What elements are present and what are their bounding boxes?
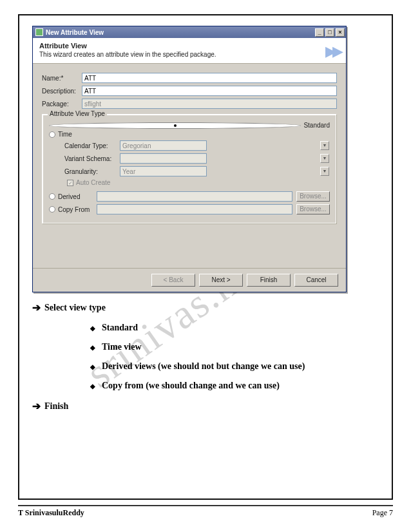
variant-schema-label: Variant Schema: (64, 155, 120, 162)
footer-page: Page 7 (372, 508, 393, 518)
back-button: < Back (151, 274, 195, 287)
name-input[interactable] (82, 73, 337, 83)
radio-dot-icon (49, 206, 55, 213)
copy-from-input (97, 204, 292, 214)
header-title: Attribute View (39, 42, 339, 50)
chevron-down-icon: ▼ (320, 141, 329, 150)
radio-time[interactable]: Time (49, 131, 330, 138)
finish-button[interactable]: Finish (247, 274, 291, 287)
dialog-body: Name:* Description: Package: Attribute V… (33, 64, 346, 229)
close-button[interactable]: × (336, 28, 345, 37)
page-content: New Attribute View _ □ × Attribute View … (32, 26, 379, 417)
radio-dot-icon (49, 122, 301, 129)
next-button[interactable]: Next > (199, 274, 243, 287)
note-text: Select view type (44, 303, 106, 313)
page-footer: T SrinivasuluReddy Page 7 (18, 505, 393, 518)
radio-dot-icon (49, 193, 55, 200)
note-text: Finish (44, 401, 68, 412)
package-input (82, 99, 337, 109)
auto-create-label: Auto Create (76, 179, 110, 186)
browse-copy-button: Browse... (296, 204, 330, 214)
arrow-right-icon: ➔ (32, 400, 41, 412)
granularity-label: Granularity: (64, 168, 120, 175)
note-finish: ➔ Finish (32, 400, 379, 412)
radio-time-label: Time (58, 131, 72, 138)
checkbox-icon: ✓ (67, 180, 73, 186)
radio-copy-from[interactable]: Copy From (49, 206, 97, 213)
maximize-button[interactable]: □ (325, 28, 334, 37)
description-input[interactable] (82, 86, 337, 96)
list-item: Standard (90, 323, 379, 333)
cancel-button[interactable]: Cancel (294, 274, 338, 287)
note-select-view-type: ➔ Select view type (32, 301, 379, 314)
chevron-down-icon: ▼ (320, 167, 329, 176)
attribute-view-type-group: Attribute View Type Standard Time Calend… (42, 114, 337, 224)
wizard-arrow-icon: ▶▶ (325, 43, 339, 60)
calendar-type-value (120, 140, 207, 151)
radio-dot-icon (49, 131, 55, 138)
notes-section: ➔ Select view type Standard Time view De… (32, 301, 379, 412)
header-subtitle: This wizard creates an attribute view in… (39, 51, 339, 58)
granularity-select: ▼ (120, 166, 330, 176)
window-title: New Attribute View (46, 29, 104, 36)
calendar-type-label: Calendar Type: (64, 142, 120, 149)
radio-copy-label: Copy From (58, 206, 90, 213)
auto-create-checkbox: ✓ Auto Create (67, 179, 330, 186)
list-item: Derived views (we should not but change … (90, 361, 379, 372)
dialog-header: Attribute View This wizard creates an at… (33, 38, 346, 64)
chevron-down-icon: ▼ (320, 154, 329, 163)
variant-schema-select: ▼ (120, 153, 330, 164)
minimize-button[interactable]: _ (315, 28, 324, 37)
new-attribute-view-dialog: New Attribute View _ □ × Attribute View … (32, 26, 347, 292)
dialog-titlebar[interactable]: New Attribute View _ □ × (33, 26, 346, 38)
radio-standard[interactable]: Standard (49, 122, 330, 129)
radio-derived[interactable]: Derived (49, 193, 97, 200)
granularity-value (120, 166, 207, 176)
dialog-button-bar: < Back Next > Finish Cancel (33, 268, 346, 292)
name-label: Name:* (42, 75, 82, 82)
radio-derived-label: Derived (58, 193, 80, 200)
radio-standard-label: Standard (303, 122, 330, 129)
arrow-right-icon: ➔ (32, 301, 41, 314)
titlebar-buttons: _ □ × (315, 28, 345, 37)
description-label: Description: (42, 88, 82, 95)
package-label: Package: (42, 100, 82, 108)
bullet-list: Standard Time view Derived views (we sho… (90, 323, 379, 391)
list-item: Copy from (we should change and we can u… (90, 381, 379, 391)
calendar-type-select: ▼ (120, 140, 330, 151)
time-options: Calendar Type: ▼ Variant Schema: ▼ (64, 140, 330, 186)
variant-schema-value (120, 153, 207, 164)
group-legend: Attribute View Type (48, 110, 107, 117)
list-item: Time view (90, 342, 379, 352)
dialog-spacer (33, 229, 346, 268)
app-icon (35, 28, 43, 36)
browse-derived-button: Browse... (296, 191, 330, 202)
derived-input (97, 191, 292, 202)
footer-author: T SrinivasuluReddy (18, 508, 84, 518)
